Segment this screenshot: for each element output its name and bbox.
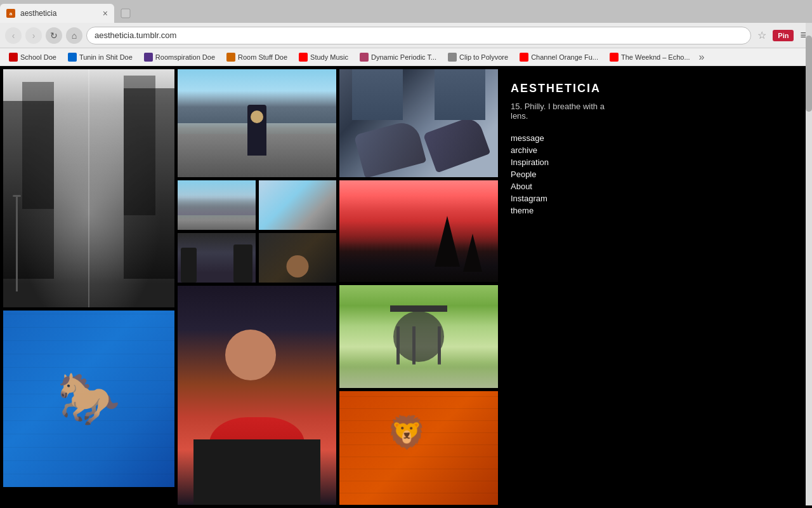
photo-bus-portrait[interactable] (178, 286, 336, 505)
bookmark-favicon (610, 53, 619, 62)
bookmark-favicon (144, 53, 153, 62)
bookmark-label: Study Music (310, 53, 348, 61)
bookmark-label: Roomspiration Doe (155, 53, 215, 61)
reload-button[interactable]: ↻ (46, 27, 62, 44)
sidebar-navigation: message archive Inspiration People About… (511, 133, 619, 215)
photo-street-girl[interactable] (178, 69, 336, 177)
site-title: AESTHETICIA (511, 82, 619, 95)
new-tab-button[interactable] (114, 4, 137, 23)
vertical-scrollbar[interactable] (806, 23, 812, 505)
photo-bus-people[interactable] (178, 233, 256, 283)
photo-shoes[interactable] (339, 69, 498, 177)
tab-close-button[interactable]: × (103, 8, 108, 18)
sidebar-link-about[interactable]: About (511, 182, 619, 191)
bookmarks-bar: School Doe Tunin in Shit Doe Roomspirati… (0, 48, 812, 66)
bookmark-favicon (226, 53, 235, 62)
bookmark-studymusic[interactable]: Study Music (294, 51, 353, 63)
bookmark-label: Room Stuff Doe (238, 53, 287, 61)
photo-mural[interactable]: 🦁 (339, 391, 498, 505)
page-content: 🐎 (0, 66, 812, 508)
site-tagline: 15. Philly. I breathe with a lens. (511, 102, 619, 121)
sidebar-link-archive[interactable]: archive (511, 145, 619, 155)
bookmark-label: Dynamic Periodic T... (371, 53, 436, 61)
sidebar-link-people[interactable]: People (511, 170, 619, 179)
tab-bar: a aestheticia × (0, 0, 812, 23)
tab-favicon: a (6, 9, 15, 18)
home-button[interactable]: ⌂ (66, 27, 82, 44)
photo-bw-city[interactable] (3, 69, 174, 307)
photo-sunset[interactable] (339, 180, 498, 282)
site-sidebar: AESTHETICIA 15. Philly. I breathe with a… (501, 69, 628, 505)
scrollbar-thumb[interactable] (806, 36, 812, 112)
bookmark-clip[interactable]: Clip to Polyvore (443, 51, 513, 63)
sidebar-link-theme[interactable]: theme (511, 206, 619, 215)
back-button[interactable]: ‹ (5, 27, 22, 44)
bookmark-dynamic[interactable]: Dynamic Periodic T... (355, 51, 442, 63)
bookmark-favicon (448, 53, 457, 62)
pin-button[interactable]: Pin (773, 30, 794, 41)
bookmark-channel[interactable]: Channel Orange Fu... (514, 51, 603, 63)
bookmark-label: Channel Orange Fu... (531, 53, 598, 61)
active-tab[interactable]: a aestheticia × (0, 4, 114, 23)
navigation-bar: ‹ › ↻ ⌂ aestheticia.tumblr.com ☆ Pin ≡ (0, 23, 812, 48)
tab-title: aestheticia (20, 9, 98, 18)
photo-selfie[interactable] (259, 233, 337, 283)
bookmark-label: School Doe (20, 53, 56, 61)
bookmark-favicon (68, 53, 77, 62)
bookmarks-more-button[interactable]: » (697, 51, 707, 63)
bookmark-star-button[interactable]: ☆ (757, 29, 766, 41)
bookmark-favicon (9, 53, 18, 62)
bookmark-school[interactable]: School Doe (4, 51, 62, 63)
photo-skyline-small-1[interactable] (178, 180, 256, 230)
bookmark-favicon (299, 53, 308, 62)
sidebar-link-message[interactable]: message (511, 133, 619, 143)
bookmark-label: The Weeknd – Echo... (621, 53, 690, 61)
photo-pavilion[interactable] (339, 285, 498, 388)
sidebar-link-inspiration[interactable]: Inspiration (511, 157, 619, 167)
bookmark-roomstuff[interactable]: Room Stuff Doe (221, 51, 292, 63)
bookmark-favicon (520, 53, 528, 62)
bookmark-tunin[interactable]: Tunin in Shit Doe (63, 51, 138, 63)
svg-rect-0 (121, 9, 130, 18)
bookmark-favicon (360, 53, 369, 62)
address-bar[interactable]: aestheticia.tumblr.com (86, 27, 751, 44)
bookmark-label: Clip to Polyvore (459, 53, 508, 61)
photo-street-small-2[interactable] (259, 180, 337, 230)
sidebar-link-instagram[interactable]: Instagram (511, 194, 619, 203)
photo-blue-graffiti[interactable]: 🐎 (3, 311, 174, 487)
bookmark-label: Tunin in Shit Doe (79, 53, 133, 61)
url-text: aestheticia.tumblr.com (95, 30, 743, 40)
bookmark-roomspiration[interactable]: Roomspiration Doe (139, 51, 220, 63)
forward-button[interactable]: › (25, 27, 42, 44)
bookmark-weeknd[interactable]: The Weeknd – Echo... (605, 51, 695, 63)
